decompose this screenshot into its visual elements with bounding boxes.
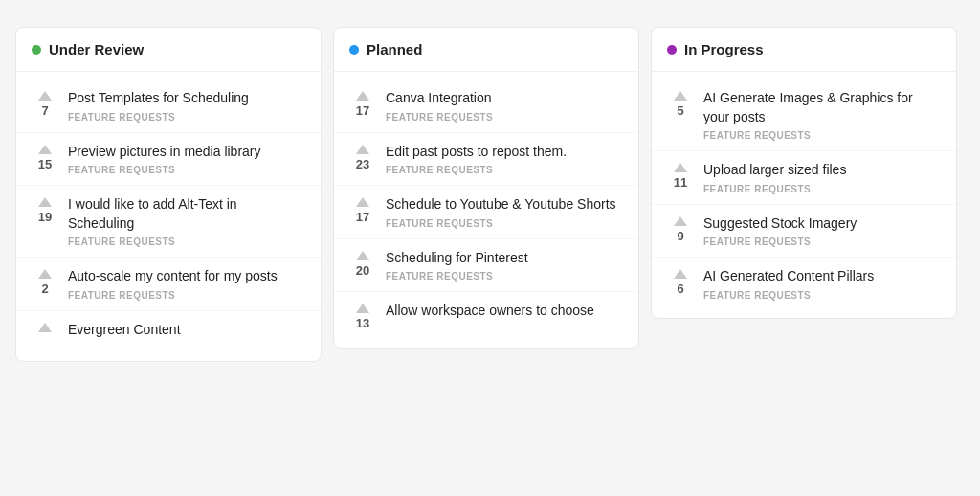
status-dot-under-review: [32, 45, 41, 55]
upvote-arrow-icon[interactable]: [356, 197, 369, 207]
card-title[interactable]: Post Templates for Scheduling: [68, 89, 305, 108]
card-content: AI Generate Images & Graphics for your p…: [703, 89, 941, 141]
list-item: 23Edit past posts to repost them.FEATURE…: [334, 133, 638, 187]
card-content: Evergreen Content: [68, 321, 305, 344]
vote-box: 11: [667, 161, 694, 190]
card-tag: FEATURE REQUESTS: [703, 130, 941, 141]
card-tag: FEATURE REQUESTS: [68, 112, 305, 123]
card-title[interactable]: Preview pictures in media library: [68, 143, 305, 162]
column-title-in-progress: In Progress: [684, 41, 764, 57]
column-header-in-progress: In Progress: [652, 28, 956, 72]
upvote-arrow-icon[interactable]: [38, 269, 52, 279]
upvote-arrow-icon[interactable]: [674, 216, 687, 226]
card-tag: FEATURE REQUESTS: [703, 290, 941, 301]
card-content: Allow workspace owners to choose: [386, 302, 623, 325]
column-body-under-review: 7Post Templates for SchedulingFEATURE RE…: [16, 72, 321, 361]
list-item: 15Preview pictures in media libraryFEATU…: [16, 133, 321, 187]
vote-box: 6: [667, 267, 694, 296]
card-title[interactable]: Canva Integration: [386, 89, 623, 108]
card-title[interactable]: Scheduling for Pinterest: [386, 249, 623, 268]
card-content: Canva IntegrationFEATURE REQUESTS: [386, 89, 623, 123]
list-item: Evergreen Content: [16, 311, 321, 353]
vote-count: 13: [356, 316, 369, 330]
column-planned: Planned17Canva IntegrationFEATURE REQUES…: [333, 27, 639, 349]
vote-count: 19: [38, 210, 52, 224]
column-in-progress: In Progress5AI Generate Images & Graphic…: [651, 27, 957, 319]
card-content: Post Templates for SchedulingFEATURE REQ…: [68, 89, 305, 123]
vote-box: 17: [349, 89, 376, 118]
upvote-arrow-icon[interactable]: [356, 304, 369, 313]
list-item: 11Upload larger sized filesFEATURE REQUE…: [652, 151, 956, 205]
card-tag: FEATURE REQUESTS: [386, 165, 623, 175]
vote-box: 17: [349, 195, 376, 224]
vote-count: 2: [41, 282, 48, 296]
upvote-arrow-icon[interactable]: [38, 197, 52, 207]
column-body-planned: 17Canva IntegrationFEATURE REQUESTS23Edi…: [334, 72, 638, 348]
card-title[interactable]: Edit past posts to repost them.: [386, 143, 623, 162]
list-item: 9Suggested Stock ImageryFEATURE REQUESTS: [652, 205, 956, 259]
card-title[interactable]: AI Generated Content Pillars: [703, 267, 941, 286]
vote-box: 23: [349, 143, 376, 171]
card-tag: FEATURE REQUESTS: [703, 237, 941, 247]
card-content: AI Generated Content PillarsFEATURE REQU…: [703, 267, 941, 301]
upvote-arrow-icon[interactable]: [356, 251, 369, 260]
list-item: 2Auto-scale my content for my postsFEATU…: [16, 258, 321, 311]
vote-box: 20: [349, 249, 376, 278]
column-body-in-progress: 5AI Generate Images & Graphics for your …: [652, 72, 956, 318]
vote-count: 5: [677, 103, 683, 118]
card-title[interactable]: Auto-scale my content for my posts: [68, 267, 305, 286]
vote-count: 17: [356, 103, 369, 118]
card-tag: FEATURE REQUESTS: [68, 290, 305, 301]
upvote-arrow-icon[interactable]: [356, 145, 369, 154]
card-content: Edit past posts to repost them.FEATURE R…: [386, 143, 623, 176]
list-item: 13Allow workspace owners to choose: [334, 292, 638, 340]
card-title[interactable]: Upload larger sized files: [703, 161, 941, 180]
card-title[interactable]: Suggested Stock Imagery: [703, 214, 941, 234]
column-header-planned: Planned: [334, 28, 638, 72]
vote-box: 13: [349, 302, 376, 330]
vote-box: 7: [32, 89, 58, 118]
upvote-arrow-icon[interactable]: [674, 269, 687, 279]
card-content: Scheduling for PinterestFEATURE REQUESTS: [386, 249, 623, 282]
list-item: 17Schedule to Youtube & Youtube ShortsFE…: [334, 186, 638, 239]
vote-count: 20: [356, 263, 369, 278]
list-item: 6AI Generated Content PillarsFEATURE REQ…: [652, 258, 956, 310]
vote-count: 6: [677, 282, 683, 296]
board: Under Review7Post Templates for Scheduli…: [15, 27, 965, 362]
upvote-arrow-icon[interactable]: [674, 163, 687, 172]
vote-count: 7: [41, 103, 48, 118]
upvote-arrow-icon[interactable]: [674, 91, 687, 101]
status-dot-in-progress: [667, 45, 677, 55]
vote-count: 17: [356, 210, 369, 224]
list-item: 5AI Generate Images & Graphics for your …: [652, 79, 956, 151]
list-item: 17Canva IntegrationFEATURE REQUESTS: [334, 79, 638, 133]
vote-count: 23: [356, 157, 369, 171]
card-title[interactable]: I would like to add Alt-Text in Scheduli…: [68, 195, 305, 233]
card-tag: FEATURE REQUESTS: [68, 165, 305, 175]
vote-box: [32, 321, 58, 335]
card-title[interactable]: Allow workspace owners to choose: [386, 302, 623, 321]
vote-count: 9: [677, 229, 683, 243]
upvote-arrow-icon[interactable]: [356, 91, 369, 101]
card-content: I would like to add Alt-Text in Scheduli…: [68, 195, 305, 247]
card-title[interactable]: AI Generate Images & Graphics for your p…: [703, 89, 941, 126]
upvote-arrow-icon[interactable]: [38, 91, 52, 101]
card-content: Auto-scale my content for my postsFEATUR…: [68, 267, 305, 301]
card-content: Schedule to Youtube & Youtube ShortsFEAT…: [386, 195, 623, 229]
column-title-under-review: Under Review: [49, 41, 144, 57]
vote-count: 11: [674, 175, 687, 190]
card-tag: FEATURE REQUESTS: [386, 218, 623, 229]
upvote-arrow-icon[interactable]: [38, 145, 52, 154]
column-under-review: Under Review7Post Templates for Scheduli…: [15, 27, 322, 362]
column-title-planned: Planned: [367, 41, 422, 57]
upvote-arrow-icon[interactable]: [38, 323, 52, 332]
card-title[interactable]: Schedule to Youtube & Youtube Shorts: [386, 195, 623, 214]
vote-box: 5: [667, 89, 694, 118]
list-item: 7Post Templates for SchedulingFEATURE RE…: [16, 79, 321, 133]
card-title[interactable]: Evergreen Content: [68, 321, 305, 340]
vote-box: 15: [32, 143, 58, 171]
status-dot-planned: [349, 45, 359, 55]
card-content: Preview pictures in media libraryFEATURE…: [68, 143, 305, 176]
card-content: Upload larger sized filesFEATURE REQUEST…: [703, 161, 941, 194]
card-tag: FEATURE REQUESTS: [386, 112, 623, 123]
